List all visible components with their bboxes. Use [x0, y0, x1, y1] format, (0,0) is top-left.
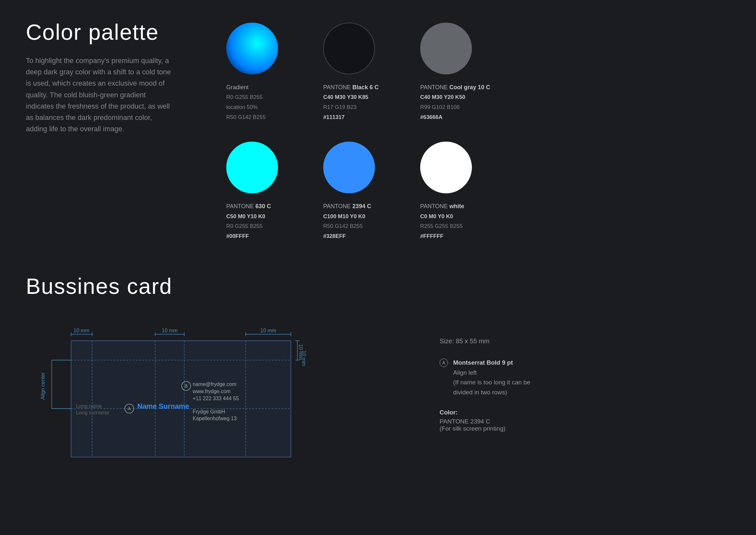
palette-right: Gradient R0 G255 B255 location 50% R50 G… — [194, 19, 730, 241]
2394-pantone-prefix: PANTONE — [323, 203, 352, 210]
white-line1: C0 M0 Y0 K0 — [420, 213, 453, 219]
coolgray-line2: R99 G102 B106 — [420, 104, 460, 110]
2394-circle — [323, 142, 375, 193]
color-row-2: PANTONE 630 C C50 M0 Y10 K0 R0 G255 B255… — [226, 142, 730, 241]
svg-text:10 mm: 10 mm — [261, 328, 276, 333]
specs-panel: Size: 85 x 55 mm A Montserrat Bold 9 pt … — [439, 318, 549, 432]
color-black: PANTONE Black 6 C C40 M30 Y30 K85 R17 G1… — [323, 23, 394, 122]
spec-color-block: Color: PANTONE 2394 C (For silk screen p… — [439, 409, 549, 432]
black-label: PANTONE Black 6 C C40 M30 Y30 K85 R17 G1… — [323, 82, 378, 122]
color-630: PANTONE 630 C C50 M0 Y10 K0 R0 G255 B255… — [226, 142, 297, 241]
white-pantone-prefix: PANTONE — [420, 203, 449, 210]
svg-text:10 mm: 10 mm — [74, 328, 90, 333]
svg-rect-0 — [71, 341, 291, 457]
svg-text:A: A — [128, 406, 131, 411]
spec-row-a: A Montserrat Bold 9 pt Align left (If na… — [439, 358, 549, 397]
black-line2: R17 G19 B23 — [323, 104, 356, 110]
2394-values: C100 M10 Y0 K0 R50 G142 B255 #328EFF — [323, 212, 371, 241]
gradient-values: R0 G255 B255 location 50% R50 G142 B255 — [226, 93, 266, 122]
630-circle — [226, 142, 278, 193]
coolgray-circle — [420, 23, 472, 74]
white-circle — [420, 142, 472, 193]
card-blueprint-svg: 10 mm 10 mm 10 mm 10 mm 10 mm — [26, 318, 349, 473]
svg-text:name@frydge.com: name@frydge.com — [193, 381, 236, 387]
2394-label: PANTONE 2394 C C100 M10 Y0 K0 R50 G142 B… — [323, 201, 371, 241]
spec-marker-a: A — [439, 358, 448, 367]
palette-title: Color palette — [26, 19, 194, 44]
white-pantone-name: PANTONE white — [420, 201, 464, 211]
color-coolgray: PANTONE Cool gray 10 C C40 M30 Y20 K50 R… — [420, 23, 491, 122]
gradient-circle — [226, 23, 278, 74]
630-pantone-prefix: PANTONE — [226, 203, 255, 210]
630-pantone-name: PANTONE 630 C — [226, 201, 271, 211]
black-values: C40 M30 Y30 K85 R17 G19 B23 #111317 — [323, 93, 378, 122]
color-gradient: Gradient R0 G255 B255 location 50% R50 G… — [226, 23, 297, 122]
2394-pantone-name: PANTONE 2394 C — [323, 201, 371, 211]
svg-text:Long surname: Long surname — [76, 410, 109, 415]
black-pantone-bold: Black 6 C — [352, 84, 378, 91]
svg-text:Kapellenhofweg 13: Kapellenhofweg 13 — [193, 416, 237, 421]
color-2394: PANTONE 2394 C C100 M10 Y0 K0 R50 G142 B… — [323, 142, 394, 241]
2394-line3: #328EFF — [323, 233, 346, 239]
coolgray-line3: #63666A — [420, 114, 442, 120]
630-line2: R0 G255 B255 — [226, 223, 263, 229]
630-line1: C50 M0 Y10 K0 — [226, 213, 266, 219]
svg-text:10 mm: 10 mm — [162, 328, 178, 333]
630-line3: #00FFFF — [226, 233, 249, 239]
palette-description: To highlight the company's premium quali… — [26, 55, 175, 134]
white-pantone-bold: white — [449, 203, 464, 210]
spec-block-a: A Montserrat Bold 9 pt Align left (If na… — [439, 358, 549, 397]
black-line1: C40 M30 Y30 K85 — [323, 94, 369, 100]
2394-pantone-bold: 2394 C — [352, 203, 371, 210]
color-white: PANTONE white C0 M0 Y0 K0 R255 G255 B255… — [420, 142, 491, 241]
2394-line1: C100 M10 Y0 K0 — [323, 213, 365, 219]
gradient-line2: location 50% — [226, 104, 258, 110]
spec-color-value: PANTONE 2394 C (For silk screen printing… — [439, 418, 549, 432]
gradient-label: Gradient R0 G255 B255 location 50% R50 G… — [226, 82, 266, 122]
bizcard-content: 10 mm 10 mm 10 mm 10 mm 10 mm — [26, 318, 730, 475]
gradient-line1: R0 G255 B255 — [226, 94, 263, 100]
coolgray-line1: C40 M30 Y20 K50 — [420, 94, 465, 100]
card-diagram: 10 mm 10 mm 10 mm 10 mm 10 mm — [26, 318, 349, 475]
coolgray-values: C40 M30 Y20 K50 R99 G102 B106 #63666A — [420, 93, 490, 122]
svg-text:B: B — [184, 383, 187, 388]
white-values: C0 M0 Y0 K0 R255 G255 B255 #FFFFFF — [420, 212, 464, 241]
2394-line2: R50 G142 B255 — [323, 223, 363, 229]
svg-text:Frydge GmbH: Frydge GmbH — [193, 409, 225, 414]
gradient-line3: R50 G142 B255 — [226, 114, 266, 120]
svg-text:10 mm: 10 mm — [298, 344, 303, 360]
svg-text:Align center: Align center — [40, 372, 45, 400]
black-circle — [323, 23, 375, 74]
coolgray-pantone-name: PANTONE Cool gray 10 C — [420, 82, 490, 93]
630-pantone-bold: 630 C — [255, 203, 271, 210]
svg-text:Name Surname: Name Surname — [137, 402, 189, 410]
spec-size: Size: 85 x 55 mm — [439, 337, 549, 345]
white-line3: #FFFFFF — [420, 233, 443, 239]
svg-text:+11 222 333 444 55: +11 222 333 444 55 — [193, 396, 239, 401]
svg-text:Long name: Long name — [76, 404, 102, 409]
bizcard-title: Bussines card — [26, 273, 730, 299]
black-pantone-name: PANTONE Black 6 C — [323, 82, 378, 93]
svg-text:www.frydge.com: www.frydge.com — [192, 388, 231, 394]
black-pantone-prefix: PANTONE — [323, 84, 352, 91]
630-values: C50 M0 Y10 K0 R0 G255 B255 #00FFFF — [226, 212, 271, 241]
bizcard-section: Bussines card 10 mm 10 mm — [0, 254, 756, 494]
gradient-name: Gradient — [226, 82, 266, 93]
white-line2: R255 G255 B255 — [420, 223, 462, 229]
color-row-1: Gradient R0 G255 B255 location 50% R50 G… — [226, 23, 730, 122]
coolgray-label: PANTONE Cool gray 10 C C40 M30 Y20 K50 R… — [420, 82, 490, 122]
630-label: PANTONE 630 C C50 M0 Y10 K0 R0 G255 B255… — [226, 201, 271, 241]
palette-section: Color palette To highlight the company's… — [0, 0, 756, 254]
black-line3: #111317 — [323, 114, 345, 120]
palette-left: Color palette To highlight the company's… — [26, 19, 194, 134]
coolgray-pantone-prefix: PANTONE — [420, 84, 449, 91]
spec-text-a: Montserrat Bold 9 pt Align left (If name… — [453, 358, 549, 397]
coolgray-pantone-bold: Cool gray 10 C — [449, 84, 490, 91]
white-label: PANTONE white C0 M0 Y0 K0 R255 G255 B255… — [420, 201, 464, 241]
spec-color-heading: Color: — [439, 409, 549, 416]
